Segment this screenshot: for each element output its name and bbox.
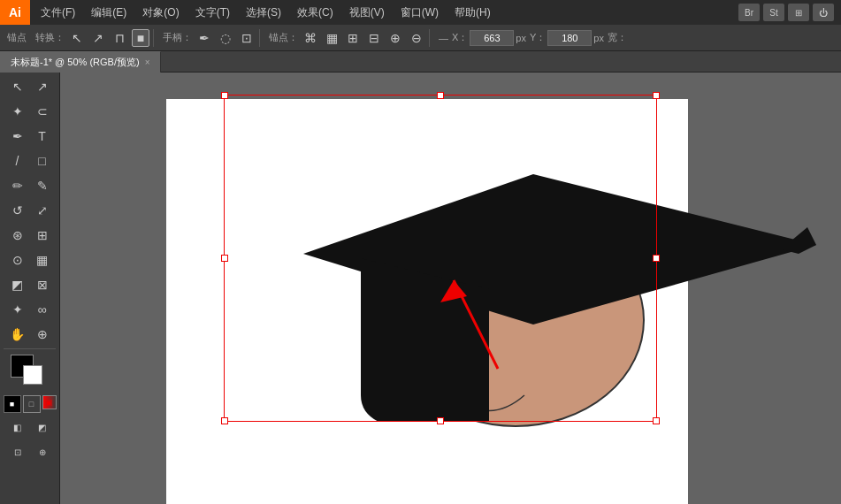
eyedropper-tool[interactable]: ✦ — [5, 297, 30, 322]
handle-label: 手柄： — [163, 31, 192, 44]
transform-label: 转换： — [35, 31, 65, 44]
document-tab[interactable]: 未标题-1* @ 50% (RGB/预览) × — [0, 51, 161, 73]
selection-tool[interactable]: ↖ — [5, 74, 30, 99]
menu-bar: Ai 文件(F) 编辑(E) 对象(O) 文字(T) 选择(S) 效果(C) 视… — [0, 0, 841, 25]
blend-tool[interactable]: ∞ — [30, 297, 55, 322]
transform-icon-2[interactable]: ↗ — [89, 29, 107, 47]
anchor-icon-2[interactable]: ▦ — [323, 29, 340, 47]
menu-text[interactable]: 文字(T) — [188, 4, 237, 22]
illustration — [224, 95, 657, 422]
anchor-label: 锚点 — [7, 31, 27, 44]
transform-section: 转换： ↖ ↗ ⊓ ■ — [32, 29, 154, 47]
menu-help[interactable]: 帮助(H) — [447, 4, 498, 22]
paintbrush-tool[interactable]: ✏ — [5, 173, 30, 198]
direct-selection-tool[interactable]: ↗ — [30, 74, 55, 99]
toolbar: 锚点 转换： ↖ ↗ ⊓ ■ 手柄： ✒ ◌ ⊡ 锚点： ⌘ ▦ ⊞ ⊟ ⊕ ⊖… — [0, 25, 841, 51]
width-coord: 宽： — [608, 31, 627, 44]
anchor-section: 锚点： ⌘ ▦ ⊞ ⊟ ⊕ ⊖ — [265, 29, 430, 47]
tab-close-button[interactable]: × — [145, 57, 150, 67]
anchor-icon-4[interactable]: ⊟ — [365, 29, 383, 47]
menu-object[interactable]: 对象(O) — [135, 4, 186, 22]
rotate-tool[interactable]: ↺ — [5, 198, 30, 223]
y-input[interactable] — [547, 30, 592, 46]
y-label: Y： — [530, 31, 546, 44]
pen-tool[interactable]: ✒ — [5, 124, 30, 149]
handle-icon-1[interactable]: ✒ — [195, 29, 213, 47]
color-swatch-area[interactable] — [11, 355, 50, 390]
y-unit: px — [593, 33, 604, 43]
width-label: 宽： — [608, 31, 627, 44]
menu-edit[interactable]: 编辑(E) — [84, 4, 134, 22]
menu-items: 文件(F) 编辑(E) 对象(O) 文字(T) 选择(S) 效果(C) 视图(V… — [30, 4, 498, 22]
handle-icon-3[interactable]: ⊡ — [238, 29, 256, 47]
gradient-tool[interactable]: ◩ — [5, 272, 30, 297]
free-transform-tool[interactable]: ⊞ — [30, 223, 55, 248]
dash-icon: — — [439, 33, 448, 43]
symbol-tool[interactable]: ⊙ — [5, 248, 30, 272]
color-stroke[interactable]: □ — [23, 395, 41, 413]
transform-icon-3[interactable]: ⊓ — [111, 29, 128, 47]
tab-title: 未标题-1* @ 50% (RGB/预览) — [11, 56, 140, 69]
ai-logo: Ai — [0, 0, 30, 25]
menu-select[interactable]: 选择(S) — [239, 4, 288, 22]
workspace-button[interactable]: ⊞ — [788, 4, 809, 21]
anchor-icon-6[interactable]: ⊖ — [408, 29, 425, 47]
lasso-tool[interactable]: ⊂ — [30, 99, 55, 124]
x-input[interactable] — [470, 30, 514, 46]
color-gradient[interactable]: ▣ — [42, 395, 57, 409]
x-coord: X： px — [452, 30, 526, 46]
menu-right: Br St ⊞ ⏻ — [738, 4, 841, 21]
mesh-tool[interactable]: ⊠ — [30, 272, 55, 297]
hand-tool[interactable]: ✋ — [5, 322, 30, 347]
anchor-icon-1[interactable]: ⌘ — [302, 29, 319, 47]
background-color[interactable] — [23, 365, 42, 385]
menu-view[interactable]: 视图(V) — [342, 4, 392, 22]
shape-tool[interactable]: □ — [30, 149, 55, 173]
warp-tool[interactable]: ⊛ — [5, 223, 30, 248]
menu-effect[interactable]: 效果(C) — [290, 4, 340, 22]
zoom-mode[interactable]: ⊕ — [30, 439, 55, 464]
line-tool[interactable]: / — [5, 149, 30, 173]
bridge-button[interactable]: Br — [738, 4, 760, 21]
type-tool[interactable]: T — [30, 124, 55, 149]
stock-button[interactable]: St — [763, 4, 784, 21]
tab-bar: 未标题-1* @ 50% (RGB/预览) × — [0, 51, 841, 73]
menu-window[interactable]: 窗口(W) — [394, 4, 446, 22]
zoom-tool[interactable]: ⊕ — [30, 322, 55, 347]
view-mode-2[interactable]: ◩ — [30, 415, 55, 439]
scale-tool[interactable]: ⤢ — [30, 198, 55, 223]
handle-icon-2[interactable]: ◌ — [217, 29, 234, 47]
tool-divider — [4, 348, 56, 349]
handle-section: 手柄： ✒ ◌ ⊡ — [159, 29, 260, 47]
x-unit: px — [516, 33, 526, 43]
transform-icon-4[interactable]: ■ — [132, 29, 149, 47]
y-coord: Y： px — [530, 30, 604, 46]
anchor-icon-3[interactable]: ⊞ — [344, 29, 362, 47]
toolbox: ↖ ↗ ✦ ⊂ ✒ T / □ ✏ ✎ ↺ ⤢ ⊛ ⊞ ⊙ ▦ — [0, 73, 60, 504]
color-fill[interactable]: ■ — [4, 395, 21, 413]
anchor-label2: 锚点： — [269, 31, 298, 44]
canvas-area[interactable] — [60, 73, 841, 504]
graph-tool[interactable]: ▦ — [30, 248, 55, 272]
view-mode-1[interactable]: ◧ — [5, 415, 30, 439]
coords-section: — X： px Y： px 宽： — [435, 30, 631, 46]
anchor-icon-5[interactable]: ⊕ — [386, 29, 404, 47]
transform-icon-1[interactable]: ↖ — [68, 29, 86, 47]
main-area: ↖ ↗ ✦ ⊂ ✒ T / □ ✏ ✎ ↺ ⤢ ⊛ ⊞ ⊙ ▦ — [0, 73, 841, 504]
x-label: X： — [452, 31, 468, 44]
pencil-tool[interactable]: ✎ — [30, 173, 55, 198]
menu-file[interactable]: 文件(F) — [34, 4, 82, 22]
screen-mode[interactable]: ⊡ — [5, 439, 30, 464]
magic-wand-tool[interactable]: ✦ — [5, 99, 30, 124]
power-button[interactable]: ⏻ — [813, 4, 834, 21]
